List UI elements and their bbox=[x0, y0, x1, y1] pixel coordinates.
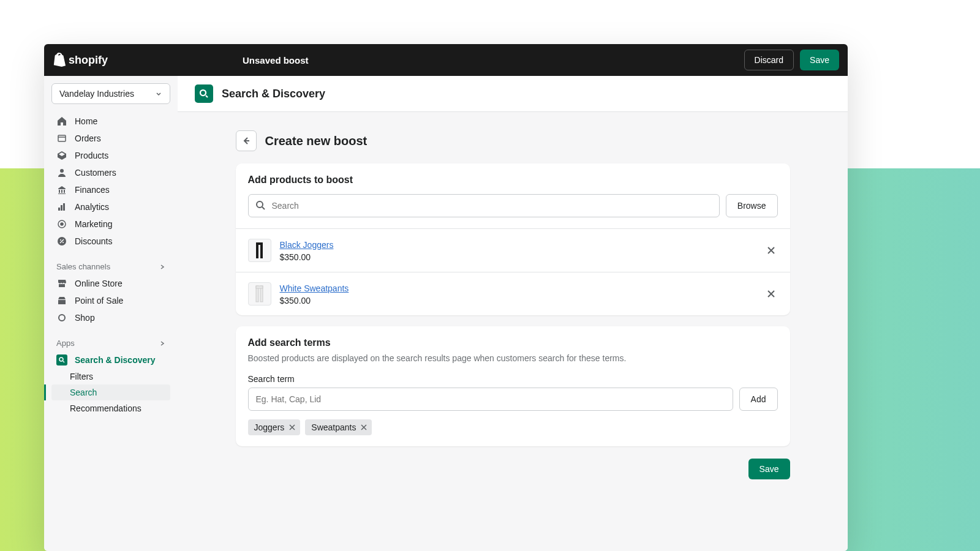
back-button[interactable] bbox=[236, 130, 257, 151]
svg-point-12 bbox=[200, 90, 206, 96]
boost-card-title: Add products to boost bbox=[248, 174, 778, 186]
search-term-label: Search term bbox=[248, 374, 778, 384]
products-icon bbox=[56, 150, 67, 161]
pos-icon bbox=[56, 295, 67, 306]
topbar: shopify Unsaved boost Discard Save bbox=[44, 44, 848, 76]
svg-point-1 bbox=[60, 169, 64, 173]
svg-point-11 bbox=[59, 358, 63, 361]
svg-rect-3 bbox=[61, 205, 62, 211]
remove-tag-button[interactable] bbox=[361, 424, 367, 430]
remove-product-button[interactable] bbox=[764, 287, 778, 301]
term-tag: Sweatpants bbox=[305, 419, 372, 435]
sidebar-item-orders[interactable]: Orders bbox=[51, 130, 170, 147]
sidebar-item-products[interactable]: Products bbox=[51, 147, 170, 164]
save-button-footer[interactable]: Save bbox=[748, 459, 790, 479]
product-price: $350.00 bbox=[280, 296, 756, 305]
svg-point-6 bbox=[61, 223, 63, 225]
product-link[interactable]: Black Joggers bbox=[280, 240, 334, 250]
sidebar-item-search[interactable]: Search bbox=[51, 384, 170, 400]
sales-channels-header[interactable]: Sales channels bbox=[51, 257, 170, 275]
orders-icon bbox=[56, 133, 67, 144]
topbar-title: Unsaved boost bbox=[243, 55, 309, 66]
customers-icon bbox=[56, 167, 67, 178]
svg-rect-19 bbox=[256, 286, 263, 288]
store-icon bbox=[56, 278, 67, 289]
svg-point-10 bbox=[59, 315, 65, 321]
store-name: Vandelay Industries bbox=[59, 89, 134, 99]
svg-rect-0 bbox=[58, 135, 66, 141]
browse-button[interactable]: Browse bbox=[726, 194, 778, 217]
save-button-top[interactable]: Save bbox=[800, 50, 839, 70]
product-search-input[interactable] bbox=[248, 194, 720, 217]
shop-icon bbox=[56, 312, 67, 323]
discard-button[interactable]: Discard bbox=[744, 50, 794, 70]
search-terms-card: Add search terms Boosted products are di… bbox=[236, 326, 790, 446]
shopify-logo: shopify bbox=[53, 53, 108, 67]
shopify-bag-icon bbox=[53, 53, 66, 67]
chevron-right-icon bbox=[159, 264, 165, 270]
search-term-input[interactable] bbox=[248, 388, 733, 411]
terms-card-title: Add search terms bbox=[248, 337, 778, 348]
product-row: White Sweatpants $350.00 bbox=[236, 272, 790, 315]
page-title: Create new boost bbox=[265, 134, 368, 148]
svg-rect-16 bbox=[256, 242, 263, 245]
sidebar: Vandelay Industries Home Orders Products… bbox=[44, 76, 178, 551]
page-header-title: Search & Discovery bbox=[222, 88, 325, 100]
remove-tag-button[interactable] bbox=[289, 424, 295, 430]
sidebar-item-recommendations[interactable]: Recommendations bbox=[51, 400, 170, 416]
product-link[interactable]: White Sweatpants bbox=[280, 283, 349, 293]
svg-rect-2 bbox=[58, 208, 60, 211]
svg-point-9 bbox=[62, 242, 64, 243]
sidebar-item-discounts[interactable]: Discounts bbox=[51, 233, 170, 250]
terms-helper-text: Boosted products are displayed on the se… bbox=[248, 353, 778, 363]
apps-header[interactable]: Apps bbox=[51, 334, 170, 351]
remove-product-button[interactable] bbox=[764, 244, 778, 257]
chevron-right-icon bbox=[159, 340, 165, 347]
sidebar-item-home[interactable]: Home bbox=[51, 113, 170, 130]
tag-label: Sweatpants bbox=[311, 422, 356, 432]
product-price: $350.00 bbox=[280, 252, 756, 262]
term-tag: Joggers bbox=[248, 419, 301, 435]
sidebar-item-search-discovery[interactable]: Search & Discovery bbox=[51, 351, 170, 369]
main-content: Search & Discovery Create new boost Add … bbox=[178, 76, 848, 551]
svg-rect-4 bbox=[63, 203, 65, 211]
brand-text: shopify bbox=[69, 54, 108, 67]
sidebar-item-finances[interactable]: Finances bbox=[51, 181, 170, 198]
add-term-button[interactable]: Add bbox=[739, 388, 778, 411]
sidebar-item-analytics[interactable]: Analytics bbox=[51, 198, 170, 216]
sidebar-item-shop[interactable]: Shop bbox=[51, 309, 170, 326]
product-thumbnail bbox=[248, 239, 271, 262]
product-row: Black Joggers $350.00 bbox=[236, 228, 790, 272]
page-header: Search & Discovery bbox=[178, 76, 848, 112]
finances-icon bbox=[56, 184, 67, 195]
sidebar-item-filters[interactable]: Filters bbox=[51, 369, 170, 384]
marketing-icon bbox=[56, 219, 67, 230]
sidebar-item-online-store[interactable]: Online Store bbox=[51, 275, 170, 292]
search-discovery-icon bbox=[56, 354, 67, 365]
app-window: shopify Unsaved boost Discard Save Vande… bbox=[44, 44, 848, 551]
chevron-down-icon bbox=[155, 90, 162, 97]
svg-point-13 bbox=[257, 201, 263, 208]
arrow-left-icon bbox=[241, 135, 252, 146]
search-discovery-icon bbox=[195, 84, 213, 103]
analytics-icon bbox=[56, 201, 67, 212]
home-icon bbox=[56, 116, 67, 127]
store-selector[interactable]: Vandelay Industries bbox=[51, 83, 170, 104]
boost-products-card: Add products to boost Browse bbox=[236, 163, 790, 315]
svg-point-8 bbox=[60, 239, 61, 241]
search-icon bbox=[255, 200, 266, 211]
sidebar-item-pos[interactable]: Point of Sale bbox=[51, 292, 170, 309]
sidebar-item-marketing[interactable]: Marketing bbox=[51, 216, 170, 233]
tag-label: Joggers bbox=[254, 422, 285, 432]
product-thumbnail bbox=[248, 282, 271, 305]
sidebar-item-customers[interactable]: Customers bbox=[51, 164, 170, 181]
discounts-icon bbox=[56, 236, 67, 247]
